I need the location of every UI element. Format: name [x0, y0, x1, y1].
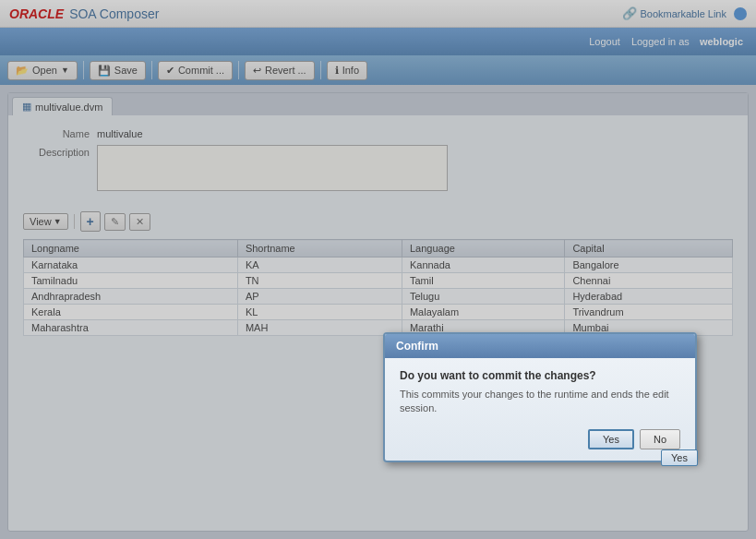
- confirm-no-button[interactable]: No: [640, 429, 680, 449]
- modal-overlay: Confirm Do you want to commit the change…: [0, 0, 756, 539]
- modal-buttons: Yes No: [400, 429, 680, 449]
- confirm-dialog: Confirm Do you want to commit the change…: [383, 332, 697, 462]
- confirm-yes-button[interactable]: Yes: [588, 429, 634, 449]
- modal-body: Do you want to commit the changes? This …: [385, 358, 695, 461]
- modal-title: Confirm: [396, 340, 438, 353]
- floating-yes-tooltip: Yes: [661, 449, 698, 466]
- modal-header: Confirm: [385, 334, 695, 358]
- modal-description: This commits your changes to the runtime…: [400, 388, 680, 416]
- modal-question: Do you want to commit the changes?: [400, 369, 680, 382]
